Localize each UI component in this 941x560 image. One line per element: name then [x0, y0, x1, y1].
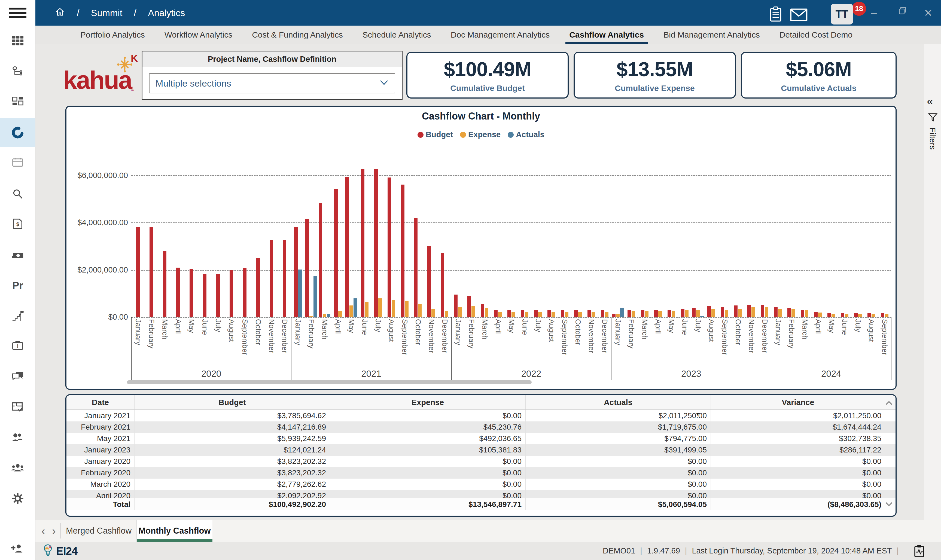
bar-actuals[interactable] [314, 276, 317, 317]
sheet-prev-icon[interactable]: ‹ [42, 525, 45, 537]
bar-budget[interactable] [345, 177, 349, 317]
bar-budget[interactable] [787, 308, 791, 317]
home-icon[interactable] [54, 6, 65, 19]
bar-expense[interactable] [671, 311, 675, 317]
bar-expense[interactable] [471, 306, 475, 317]
sidebar-item-analytics-ring[interactable] [0, 118, 35, 147]
bar-budget[interactable] [361, 169, 364, 317]
bar-budget[interactable] [668, 310, 671, 317]
bar-expense[interactable] [565, 312, 568, 317]
bar-budget[interactable] [216, 274, 220, 317]
bar-budget[interactable] [867, 313, 871, 317]
bar-budget[interactable] [414, 218, 417, 317]
bar-expense[interactable] [658, 311, 662, 317]
nav-tab-detailed-cost-demo[interactable]: Detailed Cost Demo [779, 26, 852, 44]
bar-budget[interactable] [440, 253, 444, 317]
bar-expense[interactable] [365, 302, 368, 317]
sidebar-item-group[interactable] [0, 453, 35, 483]
sidebar-item-apps-grid[interactable] [0, 26, 35, 55]
bar-expense[interactable] [350, 305, 353, 317]
bar-expense[interactable] [805, 310, 809, 317]
bar-expense[interactable] [485, 308, 488, 317]
legend-item-budget[interactable]: Budget [417, 130, 453, 139]
bar-budget[interactable] [707, 306, 711, 317]
bar-budget[interactable] [136, 227, 140, 317]
sidebar-item-pr-text[interactable]: Pr [0, 271, 35, 300]
bar-budget[interactable] [534, 310, 537, 317]
sidebar-item-floorplan-check[interactable] [0, 392, 35, 422]
bar-expense[interactable] [752, 308, 755, 317]
bar-budget[interactable] [654, 310, 658, 317]
bar-expense[interactable] [845, 314, 849, 317]
nav-tab-schedule-analytics[interactable]: Schedule Analytics [362, 26, 431, 44]
bar-budget[interactable] [761, 305, 764, 317]
table-row[interactable]: January 2021$3,785,694.62$0.00$2,011,250… [66, 410, 895, 422]
column-header-variance[interactable]: Variance [711, 395, 885, 409]
bar-budget[interactable] [692, 308, 696, 317]
bar-budget[interactable] [747, 305, 751, 317]
sidebar-item-calendar[interactable] [0, 148, 35, 177]
table-row[interactable]: May 2021$5,939,242.59$492,036.65$794,775… [66, 433, 895, 444]
breadcrumb-project[interactable]: Summit [91, 8, 122, 18]
bar-expense[interactable] [872, 314, 875, 317]
bar-expense[interactable] [392, 300, 395, 317]
window-restore-icon[interactable] [898, 6, 907, 18]
bar-budget[interactable] [574, 310, 578, 317]
bar-budget[interactable] [467, 295, 471, 317]
bar-expense[interactable] [645, 311, 648, 317]
window-minimize-icon[interactable]: – [871, 7, 877, 19]
bar-expense[interactable] [765, 307, 769, 317]
table-scroll-up-icon[interactable] [885, 399, 893, 408]
sidebar-item-dashboard[interactable] [0, 88, 35, 117]
slicer-dropdown[interactable]: Multiple selections [149, 73, 395, 93]
bar-budget[interactable] [334, 189, 338, 317]
bar-budget[interactable] [203, 274, 206, 317]
column-header-expense[interactable]: Expense [330, 395, 526, 409]
bar-budget[interactable] [319, 203, 322, 317]
legend-item-actuals[interactable]: Actuals [508, 130, 544, 139]
bar-expense[interactable] [631, 311, 635, 317]
bar-budget[interactable] [283, 240, 286, 317]
bar-budget[interactable] [305, 219, 309, 317]
bar-budget[interactable] [854, 313, 858, 317]
sidebar-item-add-user[interactable] [0, 534, 35, 560]
bar-budget[interactable] [176, 268, 180, 317]
chart-scrollbar-thumb[interactable] [127, 380, 531, 384]
bar-budget[interactable] [427, 246, 431, 317]
bar-expense[interactable] [338, 311, 342, 317]
nav-tab-cost-funding-analytics[interactable]: Cost & Funding Analytics [252, 26, 343, 44]
bar-budget[interactable] [627, 310, 631, 317]
table-row[interactable]: January 2020$3,823,202.32$0.00$0.00$0.00 [66, 456, 895, 467]
bar-budget[interactable] [841, 313, 844, 317]
funnel-icon[interactable] [928, 112, 938, 124]
bar-budget[interactable] [547, 310, 551, 317]
bar-expense[interactable] [378, 298, 382, 317]
bar-expense[interactable] [418, 304, 422, 317]
bar-budget[interactable] [601, 310, 604, 317]
bar-budget[interactable] [521, 310, 524, 317]
tasks-clipboard-icon[interactable] [768, 6, 783, 23]
bar-expense[interactable] [712, 309, 715, 317]
bar-budget[interactable] [294, 227, 298, 317]
filters-rail-label[interactable]: Filters [928, 128, 937, 150]
bar-expense[interactable] [605, 312, 608, 317]
bar-expense[interactable] [538, 312, 542, 317]
bar-expense[interactable] [591, 312, 595, 317]
bar-expense[interactable] [832, 314, 835, 317]
activity-log-icon[interactable] [913, 545, 925, 558]
sidebar-item-milestone-flag[interactable] [0, 302, 35, 331]
bar-budget[interactable] [256, 258, 260, 317]
nav-tab-bid-management-analytics[interactable]: Bid Management Analytics [664, 26, 760, 44]
bar-expense[interactable] [616, 314, 620, 317]
bar-budget[interactable] [163, 251, 166, 317]
bar-expense[interactable] [885, 314, 889, 317]
bar-budget[interactable] [270, 240, 273, 317]
bar-budget[interactable] [612, 314, 616, 317]
bar-actuals[interactable] [298, 269, 302, 317]
bar-expense[interactable] [725, 310, 728, 317]
bar-budget[interactable] [229, 270, 233, 317]
sheet-tab-monthly-cashflow[interactable]: Monthly Cashflow [137, 520, 213, 542]
bar-expense[interactable] [578, 312, 582, 317]
hamburger-menu-button[interactable] [0, 0, 35, 26]
sheet-next-icon[interactable]: › [52, 525, 55, 537]
